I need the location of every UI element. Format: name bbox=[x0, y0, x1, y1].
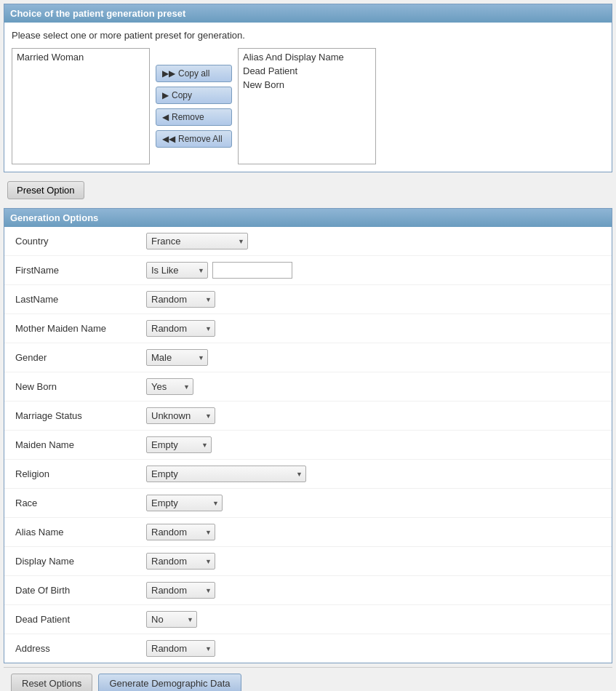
firstname-mode-select[interactable]: Is Like Random Empty bbox=[146, 262, 208, 279]
dead-row: Dead Patient No Yes Random bbox=[4, 605, 612, 634]
bottom-buttons-area: Reset Options Generate Demographic Data bbox=[4, 667, 612, 691]
display-select-wrapper: Random Empty bbox=[146, 553, 215, 570]
race-select-wrapper: Empty Random bbox=[146, 495, 223, 511]
left-listbox[interactable]: Married Woman bbox=[12, 48, 150, 164]
generation-options-panel: Generation Options Country France USA Ge… bbox=[4, 208, 612, 663]
dead-select[interactable]: No Yes Random bbox=[146, 611, 197, 628]
country-select[interactable]: France USA Germany bbox=[146, 233, 248, 249]
firstname-mode-wrapper: Is Like Random Empty bbox=[146, 262, 208, 279]
marriage-control: Unknown Single Married Empty bbox=[146, 407, 215, 424]
firstname-label: FirstName bbox=[15, 265, 146, 276]
race-control: Empty Random bbox=[146, 495, 223, 511]
remove-all-button[interactable]: ◀◀ Remove All bbox=[156, 130, 232, 148]
marriage-label: Marriage Status bbox=[15, 410, 146, 421]
display-row: Display Name Random Empty bbox=[4, 547, 612, 576]
dob-label: Date Of Birth bbox=[15, 585, 146, 596]
lastname-label: LastName bbox=[15, 294, 146, 305]
maiden-row: Maiden Name Empty Random bbox=[4, 431, 612, 460]
maiden-control: Empty Random bbox=[146, 436, 212, 453]
preset-option-button[interactable]: Preset Option bbox=[7, 181, 84, 199]
copy-button[interactable]: ▶ Copy bbox=[156, 87, 232, 104]
dob-row: Date Of Birth Random Empty bbox=[4, 576, 612, 605]
religion-control: Empty Christianity Islam Other bbox=[146, 466, 306, 482]
mother-maiden-control: Random Empty bbox=[146, 320, 215, 337]
address-select-wrapper: Random Empty bbox=[146, 640, 215, 657]
preset-panel-body: Please select one or more patient preset… bbox=[4, 23, 612, 172]
marriage-row: Marriage Status Unknown Single Married E… bbox=[4, 402, 612, 431]
gender-control: Male Female Random bbox=[146, 349, 208, 366]
maiden-label: Maiden Name bbox=[15, 439, 146, 450]
list-item-new-born[interactable]: New Born bbox=[240, 78, 374, 92]
maiden-select-wrapper: Empty Random bbox=[146, 436, 212, 453]
transfer-container: Married Woman ▶▶ Copy all ▶ Copy ◀ Remov… bbox=[12, 48, 604, 164]
address-row: Address Random Empty bbox=[4, 634, 612, 663]
remove-button[interactable]: ◀ Remove bbox=[156, 108, 232, 126]
firstname-row: FirstName Is Like Random Empty berna bbox=[4, 256, 612, 285]
firstname-input[interactable]: berna bbox=[212, 262, 292, 279]
maiden-select[interactable]: Empty Random bbox=[146, 436, 212, 453]
dob-control: Random Empty bbox=[146, 582, 215, 599]
religion-label: Religion bbox=[15, 468, 146, 479]
generation-options-header: Generation Options bbox=[4, 209, 612, 227]
firstname-control: Is Like Random Empty berna bbox=[146, 262, 292, 279]
preset-panel-header: Choice of the patient generation preset bbox=[4, 4, 612, 23]
religion-row: Religion Empty Christianity Islam Other bbox=[4, 460, 612, 489]
right-listbox[interactable]: Alias And Display Name Dead Patient New … bbox=[238, 48, 376, 164]
dead-label: Dead Patient bbox=[15, 614, 146, 625]
list-item-alias[interactable]: Alias And Display Name bbox=[240, 50, 374, 64]
remove-all-icon: ◀◀ bbox=[162, 134, 175, 144]
remove-icon: ◀ bbox=[162, 112, 169, 122]
display-label: Display Name bbox=[15, 556, 146, 567]
mother-maiden-label: Mother Maiden Name bbox=[15, 323, 146, 334]
preset-description: Please select one or more patient preset… bbox=[12, 30, 604, 41]
display-control: Random Empty bbox=[146, 553, 215, 570]
list-item-married-woman[interactable]: Married Woman bbox=[14, 50, 148, 64]
marriage-select[interactable]: Unknown Single Married Empty bbox=[146, 407, 215, 424]
religion-select[interactable]: Empty Christianity Islam Other bbox=[146, 466, 306, 482]
copy-all-icon: ▶▶ bbox=[162, 68, 175, 79]
newborn-select-wrapper: Yes No Random bbox=[146, 378, 193, 395]
alias-select[interactable]: Random Empty bbox=[146, 524, 215, 540]
dob-select[interactable]: Random Empty bbox=[146, 582, 215, 599]
dob-select-wrapper: Random Empty bbox=[146, 582, 215, 599]
lastname-select[interactable]: Random Empty bbox=[146, 291, 215, 308]
mother-maiden-select[interactable]: Random Empty bbox=[146, 320, 215, 337]
country-row: Country France USA Germany bbox=[4, 227, 612, 256]
address-label: Address bbox=[15, 643, 146, 654]
dead-select-wrapper: No Yes Random bbox=[146, 611, 197, 628]
mother-maiden-select-wrapper: Random Empty bbox=[146, 320, 215, 337]
copy-icon: ▶ bbox=[162, 90, 169, 100]
country-label: Country bbox=[15, 236, 146, 247]
generate-demographic-button[interactable]: Generate Demographic Data bbox=[98, 674, 241, 691]
dead-control: No Yes Random bbox=[146, 611, 197, 628]
list-item-dead-patient[interactable]: Dead Patient bbox=[240, 64, 374, 78]
gender-label: Gender bbox=[15, 352, 146, 363]
alias-select-wrapper: Random Empty bbox=[146, 524, 215, 540]
gender-select[interactable]: Male Female Random bbox=[146, 349, 208, 366]
newborn-select[interactable]: Yes No Random bbox=[146, 378, 193, 395]
alias-control: Random Empty bbox=[146, 524, 215, 540]
country-select-wrapper: France USA Germany bbox=[146, 233, 248, 249]
transfer-buttons: ▶▶ Copy all ▶ Copy ◀ Remove ◀◀ Remove Al… bbox=[156, 65, 232, 148]
lastname-row: LastName Random Empty bbox=[4, 285, 612, 314]
address-control: Random Empty bbox=[146, 640, 215, 657]
race-select[interactable]: Empty Random bbox=[146, 495, 223, 511]
mother-maiden-row: Mother Maiden Name Random Empty bbox=[4, 314, 612, 343]
country-control: France USA Germany bbox=[146, 233, 248, 249]
reset-options-button[interactable]: Reset Options bbox=[11, 674, 92, 691]
lastname-control: Random Empty bbox=[146, 291, 215, 308]
newborn-label: New Born bbox=[15, 381, 146, 392]
religion-select-wrapper: Empty Christianity Islam Other bbox=[146, 466, 306, 482]
gender-row: Gender Male Female Random bbox=[4, 343, 612, 372]
address-select[interactable]: Random Empty bbox=[146, 640, 215, 657]
lastname-select-wrapper: Random Empty bbox=[146, 291, 215, 308]
newborn-control: Yes No Random bbox=[146, 378, 193, 395]
newborn-row: New Born Yes No Random bbox=[4, 372, 612, 402]
copy-all-button[interactable]: ▶▶ Copy all bbox=[156, 65, 232, 82]
display-select[interactable]: Random Empty bbox=[146, 553, 215, 570]
gender-select-wrapper: Male Female Random bbox=[146, 349, 208, 366]
alias-row: Alias Name Random Empty bbox=[4, 518, 612, 547]
preset-panel: Choice of the patient generation preset … bbox=[4, 4, 612, 172]
preset-option-area: Preset Option bbox=[0, 176, 616, 204]
marriage-select-wrapper: Unknown Single Married Empty bbox=[146, 407, 215, 424]
